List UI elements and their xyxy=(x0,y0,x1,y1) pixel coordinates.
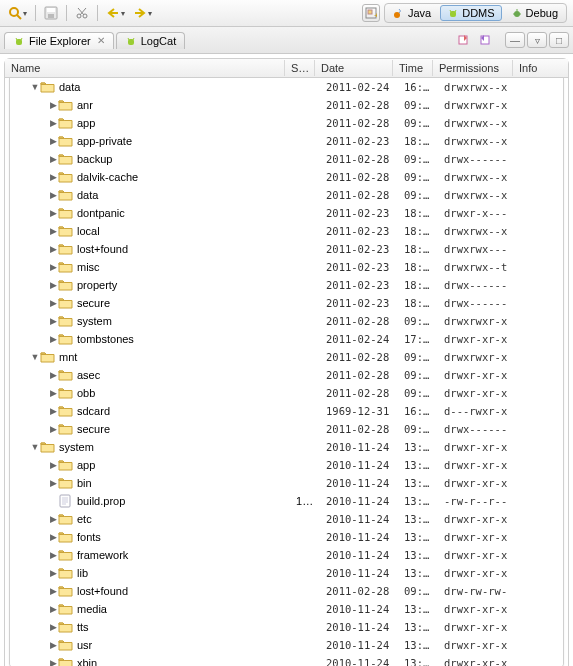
expand-toggle-collapsed-icon[interactable]: ▶ xyxy=(48,240,58,258)
expand-toggle-collapsed-icon[interactable]: ▶ xyxy=(48,150,58,168)
expand-toggle-collapsed-icon[interactable]: ▶ xyxy=(48,636,58,654)
column-header-time[interactable]: Time xyxy=(393,60,433,76)
expand-toggle-collapsed-icon[interactable]: ▶ xyxy=(48,276,58,294)
expand-toggle-collapsed-icon[interactable]: ▶ xyxy=(48,96,58,114)
table-row[interactable]: ▶property2011-02-2318:31drwx------ xyxy=(10,276,563,294)
cell-time: 17:37 xyxy=(398,330,438,348)
expand-toggle-collapsed-icon[interactable]: ▶ xyxy=(48,294,58,312)
table-row[interactable]: ▶tombstones2011-02-2417:37drwxr-xr-x xyxy=(10,330,563,348)
push-file-icon[interactable] xyxy=(455,32,473,48)
table-row[interactable]: ▶fonts2010-11-2413:32drwxr-xr-x xyxy=(10,528,563,546)
table-row[interactable]: ▶secure2011-02-2809:39drwx------ xyxy=(10,420,563,438)
table-row[interactable]: ▶backup2011-02-2809:40drwx------ xyxy=(10,150,563,168)
expand-toggle-collapsed-icon[interactable]: ▶ xyxy=(48,456,58,474)
column-header-name[interactable]: Name xyxy=(5,60,285,76)
forward-arrow-icon[interactable]: ▾ xyxy=(131,6,154,20)
expand-toggle-collapsed-icon[interactable]: ▶ xyxy=(48,222,58,240)
expand-toggle-collapsed-icon[interactable]: ▶ xyxy=(48,618,58,636)
minimize-view-icon[interactable]: — xyxy=(505,32,525,48)
table-row[interactable]: ▶app2010-11-2413:39drwxr-xr-x xyxy=(10,456,563,474)
table-row[interactable]: ▶local2011-02-2318:29drwxrwx--x xyxy=(10,222,563,240)
table-row[interactable]: ▶sdcard1969-12-3116:00d---rwxr-x xyxy=(10,402,563,420)
cut-icon[interactable] xyxy=(73,5,91,21)
expand-toggle-collapsed-icon[interactable]: ▶ xyxy=(48,528,58,546)
expand-toggle-collapsed-icon[interactable]: ▶ xyxy=(48,654,58,666)
table-row[interactable]: ▶misc2011-02-2318:29drwxrwx--t xyxy=(10,258,563,276)
table-row[interactable]: ▼data2011-02-2416:20drwxrwx--x xyxy=(10,78,563,96)
table-row[interactable]: ▶etc2010-11-2413:39drwxr-xr-x xyxy=(10,510,563,528)
table-row[interactable]: ▼system2010-11-2413:36drwxr-xr-x xyxy=(10,438,563,456)
dropdown-arrow-icon[interactable]: ▾ xyxy=(148,9,152,18)
expand-toggle-expanded-icon[interactable]: ▼ xyxy=(30,78,40,96)
row-name-label: dalvik-cache xyxy=(77,168,138,186)
expand-toggle-collapsed-icon[interactable]: ▶ xyxy=(48,114,58,132)
column-header-date[interactable]: Date xyxy=(315,60,393,76)
dropdown-arrow-icon[interactable]: ▾ xyxy=(23,9,27,18)
table-row[interactable]: ▶lost+found2011-02-2318:29drwxrwx--- xyxy=(10,240,563,258)
tab-logcat[interactable]: LogCat xyxy=(116,32,185,49)
table-row[interactable]: ▶lib2010-11-2413:36drwxr-xr-x xyxy=(10,564,563,582)
table-row[interactable]: ▶system2011-02-2809:43drwxrwxr-x xyxy=(10,312,563,330)
expand-toggle-collapsed-icon[interactable]: ▶ xyxy=(48,204,58,222)
table-row[interactable]: ▶lost+found2011-02-2809:39drw-rw-rw- xyxy=(10,582,563,600)
column-header-info[interactable]: Info xyxy=(513,60,568,76)
expand-toggle-collapsed-icon[interactable]: ▶ xyxy=(48,474,58,492)
table-row[interactable]: ▶usr2010-11-2413:35drwxr-xr-x xyxy=(10,636,563,654)
expand-toggle-collapsed-icon[interactable]: ▶ xyxy=(48,546,58,564)
column-header-size[interactable]: Size xyxy=(285,60,315,76)
table-row[interactable]: build.prop13892010-11-2413:29-rw-r--r-- xyxy=(10,492,563,510)
expand-toggle-collapsed-icon[interactable]: ▶ xyxy=(48,564,58,582)
cell-name: ▶usr xyxy=(10,636,290,654)
perspective-debug[interactable]: Debug xyxy=(504,5,565,21)
table-row[interactable]: ▶framework2010-11-2413:38drwxr-xr-x xyxy=(10,546,563,564)
table-row[interactable]: ▶app2011-02-2809:43drwxrwx--x xyxy=(10,114,563,132)
expand-toggle-expanded-icon[interactable]: ▼ xyxy=(30,438,40,456)
expand-toggle-collapsed-icon[interactable]: ▶ xyxy=(48,402,58,420)
table-row[interactable]: ▶tts2010-11-2413:32drwxr-xr-x xyxy=(10,618,563,636)
table-row[interactable]: ▶bin2010-11-2413:36drwxr-xr-x xyxy=(10,474,563,492)
folder-icon xyxy=(58,422,74,436)
table-row[interactable]: ▶obb2011-02-2809:39drwxr-xr-x xyxy=(10,384,563,402)
save-icon[interactable] xyxy=(42,5,60,21)
close-icon[interactable]: ✕ xyxy=(97,35,105,46)
view-menu-icon[interactable]: ▿ xyxy=(527,32,547,48)
tab-file-explorer[interactable]: File Explorer ✕ xyxy=(4,32,114,49)
open-perspective-icon[interactable]: + xyxy=(362,4,380,22)
table-row[interactable]: ▶dalvik-cache2011-02-2809:43drwxrwx--x xyxy=(10,168,563,186)
expand-toggle-collapsed-icon[interactable]: ▶ xyxy=(48,330,58,348)
expand-toggle-expanded-icon[interactable]: ▼ xyxy=(30,348,40,366)
expand-toggle-collapsed-icon[interactable]: ▶ xyxy=(48,600,58,618)
expand-toggle-collapsed-icon[interactable]: ▶ xyxy=(48,366,58,384)
row-name-label: usr xyxy=(77,636,92,654)
expand-toggle-collapsed-icon[interactable]: ▶ xyxy=(48,168,58,186)
maximize-view-icon[interactable]: □ xyxy=(549,32,569,48)
expand-toggle-collapsed-icon[interactable]: ▶ xyxy=(48,582,58,600)
expand-toggle-collapsed-icon[interactable]: ▶ xyxy=(48,420,58,438)
dropdown-arrow-icon[interactable]: ▾ xyxy=(121,9,125,18)
table-row[interactable]: ▶media2010-11-2413:36drwxr-xr-x xyxy=(10,600,563,618)
table-row[interactable]: ▶xbin2010-11-2413:35drwxr-xr-x xyxy=(10,654,563,666)
table-row[interactable]: ▶app-private2011-02-2318:29drwxrwx--x xyxy=(10,132,563,150)
table-row[interactable]: ▶asec2011-02-2809:39drwxr-xr-x xyxy=(10,366,563,384)
table-row[interactable]: ▼mnt2011-02-2809:39drwxrwxr-x xyxy=(10,348,563,366)
tree-body[interactable]: ▼data2011-02-2416:20drwxrwx--x▶anr2011-0… xyxy=(9,78,564,666)
table-row[interactable]: ▶anr2011-02-2809:41drwxrwxr-x xyxy=(10,96,563,114)
pull-file-icon[interactable] xyxy=(475,32,493,48)
column-header-permissions[interactable]: Permissions xyxy=(433,60,513,76)
perspective-ddms[interactable]: DDMS xyxy=(440,5,501,21)
perspective-java[interactable]: Java xyxy=(386,5,438,21)
back-arrow-icon[interactable]: ▾ xyxy=(104,6,127,20)
expand-toggle-collapsed-icon[interactable]: ▶ xyxy=(48,132,58,150)
expand-toggle-collapsed-icon[interactable]: ▶ xyxy=(48,510,58,528)
expand-toggle-collapsed-icon[interactable]: ▶ xyxy=(48,384,58,402)
svg-rect-12 xyxy=(368,10,372,14)
expand-toggle-collapsed-icon[interactable]: ▶ xyxy=(48,312,58,330)
perspective-label: Java xyxy=(408,7,431,19)
expand-toggle-collapsed-icon[interactable]: ▶ xyxy=(48,258,58,276)
search-icon[interactable]: ▾ xyxy=(6,5,29,21)
cell-date: 2011-02-28 xyxy=(320,96,398,114)
table-row[interactable]: ▶data2011-02-2809:43drwxrwx--x xyxy=(10,186,563,204)
expand-toggle-collapsed-icon[interactable]: ▶ xyxy=(48,186,58,204)
table-row[interactable]: ▶secure2011-02-2318:30drwx------ xyxy=(10,294,563,312)
table-row[interactable]: ▶dontpanic2011-02-2318:29drwxr-x--- xyxy=(10,204,563,222)
